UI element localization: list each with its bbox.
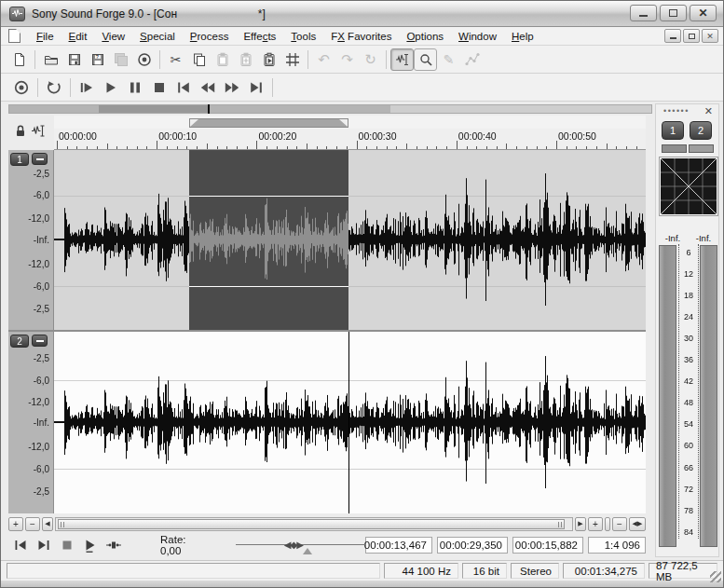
panel-grip-icon[interactable]: ••••••: [663, 106, 690, 116]
channel-2-waveform[interactable]: [54, 332, 646, 513]
lock-icon[interactable]: [14, 124, 27, 142]
meters-close-icon[interactable]: ✕: [704, 106, 713, 116]
menu-process[interactable]: Process: [183, 28, 237, 45]
menu-special[interactable]: Special: [132, 28, 183, 45]
stop-button[interactable]: [147, 76, 171, 99]
zoom-to-fit-button[interactable]: ◀▶: [629, 517, 646, 531]
horizontal-scrollbar[interactable]: [55, 517, 573, 531]
meter-scale-label: 54: [676, 419, 701, 429]
mdi-minimize-button[interactable]: [664, 29, 681, 43]
channel-1-badge[interactable]: 1: [10, 153, 29, 166]
copy-button[interactable]: [187, 48, 211, 71]
status-message-area: [7, 563, 380, 579]
paste-to-new-button[interactable]: [257, 48, 280, 71]
edit-tool-button[interactable]: [390, 48, 414, 71]
trim-crop-button[interactable]: [280, 48, 304, 71]
zoom-out-time-button[interactable]: −: [612, 517, 627, 531]
menu-edit[interactable]: Edit: [61, 28, 95, 45]
menu-tools[interactable]: Tools: [283, 28, 323, 45]
menu-window[interactable]: Window: [451, 28, 504, 45]
edit-tool-corner-icon[interactable]: [31, 123, 47, 143]
selection-start-field[interactable]: 00:00:13,467: [365, 537, 432, 554]
record-button[interactable]: [9, 76, 34, 99]
play-normal-button[interactable]: [78, 536, 102, 554]
zoom-out-vertical-button[interactable]: −: [25, 517, 40, 531]
title-bar: Sony Sound Forge 9.0 - [Сон *] ✕: [1, 1, 723, 27]
menu-options[interactable]: Options: [399, 28, 451, 45]
go-to-start-button[interactable]: [171, 76, 196, 99]
overview-bar[interactable]: [8, 104, 652, 114]
zoom-in-time-button[interactable]: +: [588, 517, 603, 531]
play-button[interactable]: [99, 76, 123, 99]
repeat-button[interactable]: ↻: [359, 48, 382, 71]
undo-button[interactable]: ↶: [312, 48, 335, 71]
channel-1-waveform[interactable]: [54, 150, 646, 330]
db-scale-label: -6,0: [34, 464, 49, 474]
save-all-button[interactable]: [109, 48, 132, 71]
save-as-button[interactable]: ?: [86, 48, 109, 71]
channel-1-minimize-button[interactable]: [32, 153, 48, 165]
loop-region-bar[interactable]: [189, 118, 348, 128]
zoom-ratio-field[interactable]: 1:4 096: [588, 537, 646, 554]
meter-scale-label: 24: [676, 312, 701, 321]
scroll-right-arrow[interactable]: ▶: [575, 517, 586, 531]
envelope-tool-button[interactable]: [460, 48, 484, 71]
meter-scale-label: 6: [676, 248, 701, 257]
scroll-left-arrow[interactable]: ◀: [42, 517, 53, 531]
redo-button[interactable]: ↷: [335, 48, 359, 71]
minimize-button[interactable]: [630, 5, 657, 21]
pan-bar-right: [689, 144, 714, 153]
publish-button[interactable]: [132, 48, 156, 71]
document-icon[interactable]: [8, 29, 20, 43]
menu-view[interactable]: View: [94, 28, 132, 45]
close-button[interactable]: ✕: [690, 5, 717, 21]
loop-region-zone[interactable]: [54, 116, 646, 129]
zoom-in-vertical-button[interactable]: +: [8, 517, 23, 531]
pause-button[interactable]: [123, 76, 147, 99]
pencil-tool-button[interactable]: ✎: [437, 48, 460, 71]
menu-file[interactable]: File: [29, 28, 61, 45]
paste-special-button[interactable]: [234, 48, 257, 71]
audio-event-locator-button[interactable]: [102, 536, 125, 554]
forward-icon: [224, 79, 240, 96]
forward-button[interactable]: [220, 76, 244, 99]
maximize-button[interactable]: [660, 5, 687, 21]
menu-effects[interactable]: Effects: [236, 28, 283, 45]
rate-shuttle-icon[interactable]: ◀◆▶: [284, 540, 303, 550]
zoom-normal-button[interactable]: [605, 517, 610, 531]
meter-channel-1-button[interactable]: 1: [662, 121, 684, 140]
cut-button[interactable]: ✂: [164, 48, 187, 71]
new-file-button[interactable]: [7, 48, 31, 71]
go-to-end-button[interactable]: [32, 536, 55, 554]
rate-slider[interactable]: ◀◆▶: [236, 536, 365, 554]
open-file-button[interactable]: [39, 48, 62, 71]
resize-grip-icon[interactable]: [710, 571, 721, 582]
menu-help[interactable]: Help: [504, 28, 541, 45]
magnify-tool-icon: [418, 52, 433, 67]
loop-playback-button[interactable]: [42, 76, 66, 99]
rewind-button[interactable]: [196, 76, 220, 99]
rate-marker-icon[interactable]: [303, 548, 312, 554]
go-to-end-button[interactable]: [244, 76, 268, 99]
channel-2-minimize-button[interactable]: [32, 335, 48, 347]
meter-channel-2-button[interactable]: 2: [690, 121, 712, 140]
copy-icon: [192, 52, 207, 67]
magnify-tool-button[interactable]: [414, 48, 437, 71]
selection-length-field[interactable]: 00:00:15,882: [512, 537, 583, 554]
phase-scope: [660, 157, 717, 215]
ruler-label: 00:00:40: [458, 130, 497, 142]
play-all-button[interactable]: [75, 76, 99, 99]
pan-bar-left: [662, 144, 687, 153]
scrollbar-thumb[interactable]: [58, 519, 565, 529]
channel-2-badge[interactable]: 2: [10, 335, 29, 348]
save-button[interactable]: [62, 48, 86, 71]
go-to-start-button[interactable]: [8, 536, 32, 554]
meter-scale-label: 48: [676, 398, 701, 407]
menu-fx-favorites[interactable]: FX Favorites: [323, 28, 399, 45]
selection-end-field[interactable]: 00:00:29,350: [437, 537, 508, 554]
paste-button[interactable]: [211, 48, 234, 71]
time-ruler[interactable]: 00:00:0000:00:1000:00:2000:00:3000:00:40…: [54, 129, 646, 150]
stop-button[interactable]: [55, 536, 78, 554]
mdi-close-button[interactable]: ✕: [702, 29, 718, 43]
mdi-restore-button[interactable]: [683, 29, 700, 43]
